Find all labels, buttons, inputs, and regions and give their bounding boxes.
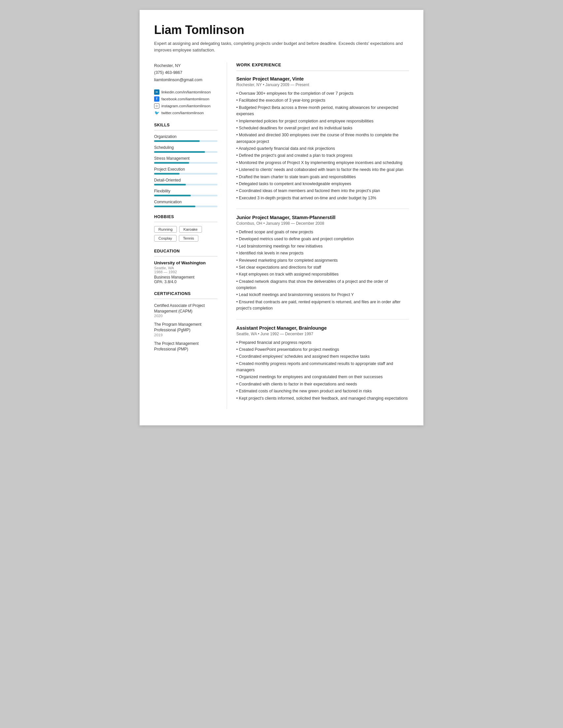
certification-item: The Project Management Professional (PMP… bbox=[154, 341, 217, 352]
skill-name: Stress Management bbox=[154, 156, 217, 161]
certifications-list: Certified Associate of Project Managemen… bbox=[154, 303, 217, 352]
skills-title: SKILLS bbox=[154, 123, 217, 127]
job-bullets: Defined scope and goals of new projectsD… bbox=[236, 229, 409, 312]
skills-divider bbox=[154, 130, 217, 130]
job-bullet: Created network diagrams that show the d… bbox=[236, 279, 409, 291]
job-bullet: Reviewed marketing plans for completed a… bbox=[236, 257, 409, 264]
skill-item: Communication bbox=[154, 200, 217, 207]
job-bullet: Kept project's clients informed, solicit… bbox=[236, 395, 409, 402]
education-item: University of Washington Seattle, WA 198… bbox=[154, 260, 217, 284]
job-bullet: Oversaw 300+ employees for the completio… bbox=[236, 90, 409, 97]
hobbies-section: HOBBIES RunningKaroakeCosplayTennis bbox=[154, 215, 217, 242]
skill-name: Detail-Oriented bbox=[154, 178, 217, 182]
education-list: University of Washington Seattle, WA 198… bbox=[154, 260, 217, 284]
skill-bar-background bbox=[154, 184, 217, 185]
hobby-tag: Cosplay bbox=[154, 235, 177, 242]
job-bullet: Created PowerPoint presentations for pro… bbox=[236, 347, 409, 353]
skill-name: Communication bbox=[154, 200, 217, 204]
skill-bar-fill bbox=[154, 195, 191, 196]
job-bullet: Estimated costs of launching the new gre… bbox=[236, 388, 409, 394]
contact-location: Rochester, NY bbox=[154, 62, 217, 69]
job-bullet: Executed 3 in-depth projects that arrive… bbox=[236, 195, 409, 201]
job-title: Junior Project Manager, Stamm-Pfannersti… bbox=[236, 215, 409, 220]
linkedin-icon: in bbox=[154, 89, 159, 95]
skill-bar-background bbox=[154, 195, 217, 196]
contact-email: liamtomlinson@gmail.com bbox=[154, 77, 217, 83]
edu-field: Business Management bbox=[154, 275, 217, 280]
job-bullet: Coordinated with clients to factor in th… bbox=[236, 381, 409, 387]
skill-bar-background bbox=[154, 173, 217, 175]
skill-bar-fill bbox=[154, 151, 205, 153]
skill-bar-fill bbox=[154, 206, 195, 207]
right-column: WORK EXPERIENCE Senior Project Manager, … bbox=[227, 62, 409, 409]
job-bullets: Prepared financial and progress reportsC… bbox=[236, 340, 409, 402]
hobbies-title: HOBBIES bbox=[154, 215, 217, 219]
job-bullet: Created monthly progress reports and com… bbox=[236, 361, 409, 374]
job-bullet: Defined the project's goal and created a… bbox=[236, 152, 409, 159]
skill-item: Scheduling bbox=[154, 145, 217, 153]
job-title: Senior Project Manager, Vinte bbox=[236, 76, 409, 82]
certification-item: The Program Management Professional (PgM… bbox=[154, 322, 217, 337]
job-bullet: Defined scope and goals of new projects bbox=[236, 229, 409, 235]
job-bullet: Listened to clients' needs and collabora… bbox=[236, 167, 409, 173]
job-meta: Rochester, NY • January 2009 — Present bbox=[236, 83, 409, 87]
main-layout: Rochester, NY (375) 463-9867 liamtomlins… bbox=[154, 62, 409, 409]
skill-name: Project Execution bbox=[154, 167, 217, 172]
skill-bar-fill bbox=[154, 173, 180, 175]
skill-bar-background bbox=[154, 151, 217, 153]
job-bullet: Coordinated employees' schedules and ass… bbox=[236, 353, 409, 360]
instagram-label: instagram.com/liamtomlinson bbox=[161, 104, 211, 108]
skills-section: SKILLS Organization Scheduling Stress Ma… bbox=[154, 123, 217, 207]
job-block: Senior Project Manager, Vinte Rochester,… bbox=[236, 76, 409, 201]
social-instagram: ⊙ instagram.com/liamtomlinson bbox=[154, 103, 217, 109]
edu-school: University of Washington bbox=[154, 260, 217, 265]
cert-name: The Project Management Professional (PMP… bbox=[154, 341, 217, 352]
skill-item: Detail-Oriented bbox=[154, 178, 217, 185]
candidate-summary: Expert at assigning and delegating tasks… bbox=[154, 40, 409, 53]
job-meta: Seattle, WA • June 1992 — December 1997 bbox=[236, 332, 409, 336]
job-bullet: Scheduled deadlines for overall project … bbox=[236, 125, 409, 131]
skill-bar-fill bbox=[154, 140, 200, 142]
job-bullet: Coordinated ideas of team members and fa… bbox=[236, 188, 409, 194]
twitter-label: twitter.com/liamtomlinson bbox=[161, 111, 204, 115]
certifications-title: CERTIFICATIONS bbox=[154, 291, 217, 296]
job-bullet: Motivated and directed 300 employees ove… bbox=[236, 132, 409, 145]
skill-bar-fill bbox=[154, 162, 189, 164]
education-divider bbox=[154, 256, 217, 256]
instagram-icon: ⊙ bbox=[154, 103, 159, 109]
job-bullet: Prepared financial and progress reports bbox=[236, 340, 409, 346]
contact-phone: (375) 463-9867 bbox=[154, 69, 217, 76]
job-block: Junior Project Manager, Stamm-Pfannersti… bbox=[236, 209, 409, 312]
skill-name: Flexibility bbox=[154, 189, 217, 193]
work-experience-title: WORK EXPERIENCE bbox=[236, 62, 409, 67]
twitter-icon: 🐦 bbox=[154, 110, 159, 116]
resume-container: Liam Tomlinson Expert at assigning and d… bbox=[140, 10, 423, 425]
job-bullet: Budgeted Project Beta across a three mon… bbox=[236, 105, 409, 117]
hobby-tag: Tennis bbox=[179, 235, 198, 242]
job-bullet: Analyzed quarterly financial data and ri… bbox=[236, 146, 409, 152]
skill-bar-fill bbox=[154, 184, 186, 185]
contact-info: Rochester, NY (375) 463-9867 liamtomlins… bbox=[154, 62, 217, 83]
facebook-icon: f bbox=[154, 96, 159, 102]
skill-name: Organization bbox=[154, 134, 217, 139]
job-bullet: Set clear expectations and directions fo… bbox=[236, 264, 409, 271]
skill-item: Flexibility bbox=[154, 189, 217, 196]
job-block: Assistant Project Manager, Brainlounge S… bbox=[236, 319, 409, 402]
jobs-list: Senior Project Manager, Vinte Rochester,… bbox=[236, 76, 409, 402]
education-section: EDUCATION University of Washington Seatt… bbox=[154, 249, 217, 284]
job-bullet: Monitored the progress of Project X by i… bbox=[236, 160, 409, 166]
skill-item: Organization bbox=[154, 134, 217, 142]
social-twitter: 🐦 twitter.com/liamtomlinson bbox=[154, 110, 217, 116]
social-links: in linkedin.com/in/liamtomlinson f faceb… bbox=[154, 89, 217, 116]
job-bullets: Oversaw 300+ employees for the completio… bbox=[236, 90, 409, 201]
skill-item: Stress Management bbox=[154, 156, 217, 164]
edu-gpa: GPA: 3.8/4.0 bbox=[154, 280, 217, 284]
job-bullet: Lead kickoff meetings and brainstorming … bbox=[236, 292, 409, 298]
work-divider bbox=[236, 71, 409, 71]
social-linkedin: in linkedin.com/in/liamtomlinson bbox=[154, 89, 217, 95]
candidate-name: Liam Tomlinson bbox=[154, 23, 409, 37]
skill-item: Project Execution bbox=[154, 167, 217, 175]
skill-name: Scheduling bbox=[154, 145, 217, 150]
job-bullet: Developed metrics used to define goals a… bbox=[236, 236, 409, 242]
hobbies-divider bbox=[154, 222, 217, 222]
